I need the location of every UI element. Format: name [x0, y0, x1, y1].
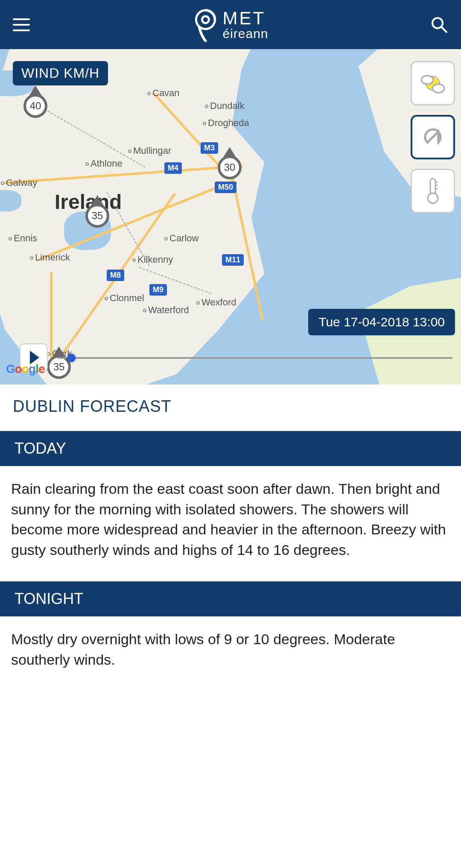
- brand-name-top: MET: [222, 9, 268, 27]
- wind-drop-icon: [420, 124, 446, 150]
- city-label: Dundalk: [205, 100, 245, 111]
- swirl-icon: [193, 8, 218, 42]
- wind-speed-marker[interactable]: 35: [85, 204, 109, 228]
- city-label: Wexford: [196, 297, 236, 308]
- menu-icon[interactable]: [13, 18, 30, 31]
- route-badge: M4: [164, 162, 182, 174]
- route-badge: M11: [222, 254, 244, 266]
- map-attribution: Google: [6, 362, 44, 376]
- search-icon[interactable]: [430, 16, 448, 34]
- thermometer-icon: [424, 176, 441, 206]
- timeline-thumb[interactable]: [67, 354, 76, 362]
- forecast-section-header: TODAY: [0, 431, 461, 466]
- svg-point-8: [428, 193, 438, 203]
- sun-cloud-icon: [418, 70, 448, 96]
- layer-wind-button[interactable]: [411, 115, 455, 159]
- city-label: Galway: [1, 177, 37, 188]
- svg-point-1: [202, 16, 209, 23]
- app-header: MET éireann: [0, 0, 461, 49]
- wind-speed-marker[interactable]: 30: [218, 155, 242, 179]
- weather-map[interactable]: Ireland CavanDundalkDroghedaMullingarAth…: [0, 49, 461, 384]
- city-label: Kilkenny: [132, 254, 173, 265]
- city-label: Mullingar: [128, 145, 171, 156]
- route-badge: M8: [107, 270, 124, 281]
- svg-point-5: [421, 76, 433, 84]
- wind-speed-marker[interactable]: 40: [23, 94, 47, 118]
- forecast-location-title: DUBLIN FORECAST: [0, 384, 461, 431]
- map-timestamp: Tue 17-04-2018 13:00: [308, 309, 455, 335]
- city-label: Waterford: [143, 305, 189, 316]
- layer-toggle-group: [411, 61, 455, 213]
- svg-point-6: [432, 84, 444, 93]
- route-badge: M9: [149, 284, 167, 296]
- layer-weather-button[interactable]: [411, 61, 455, 106]
- brand-logo[interactable]: MET éireann: [193, 8, 268, 42]
- brand-name-bottom: éireann: [222, 27, 268, 40]
- layer-temperature-button[interactable]: [411, 169, 455, 213]
- city-label: Limerick: [30, 252, 70, 263]
- city-label: Drogheda: [203, 117, 249, 129]
- forecast-section-body: Rain clearing from the east coast soon a…: [0, 466, 461, 581]
- route-badge: M50: [215, 182, 236, 193]
- svg-line-3: [441, 27, 446, 32]
- forecast-section-body: Mostly dry overnight with lows of 9 or 1…: [0, 616, 461, 691]
- city-label: Carlow: [164, 233, 198, 244]
- route-badge: M3: [201, 142, 218, 154]
- city-label: Clonmel: [105, 293, 144, 304]
- forecast-section-header: TONIGHT: [0, 581, 461, 616]
- overlay-type-label: WIND KM/H: [13, 61, 108, 85]
- timeline-slider[interactable]: [58, 357, 452, 359]
- city-label: Ennis: [9, 233, 37, 244]
- city-label: Cavan: [147, 88, 180, 99]
- city-label: Athlone: [85, 158, 123, 169]
